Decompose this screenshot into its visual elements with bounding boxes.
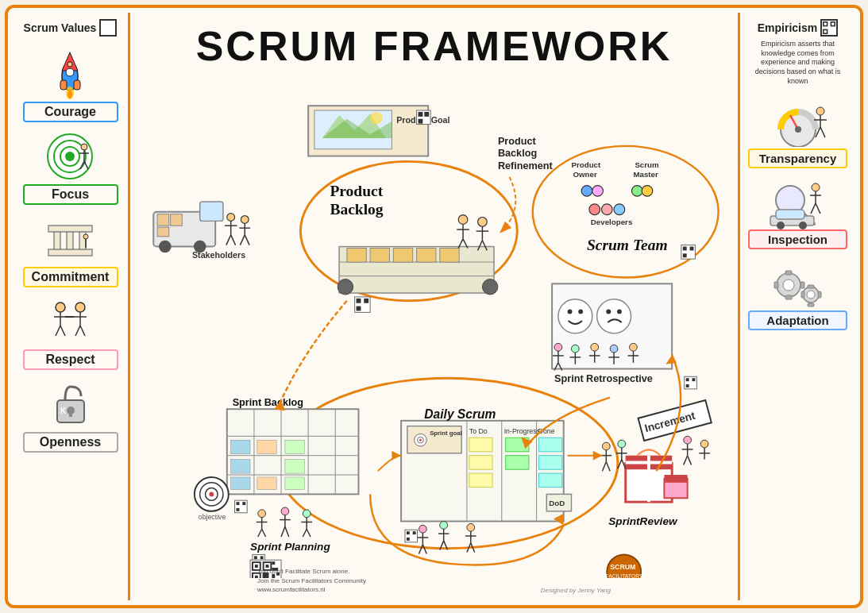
commitment-label: Commitment bbox=[23, 267, 118, 287]
footer-line2: Join the Scrum Facilitators Community bbox=[257, 576, 366, 585]
svg-rect-122 bbox=[393, 248, 412, 262]
svg-point-291 bbox=[618, 440, 626, 448]
svg-text:In-Progress: In-Progress bbox=[504, 427, 541, 435]
svg-rect-206 bbox=[285, 460, 304, 474]
svg-point-32 bbox=[83, 234, 88, 239]
svg-point-73 bbox=[799, 222, 807, 229]
svg-line-102 bbox=[245, 235, 249, 245]
svg-point-167 bbox=[606, 309, 611, 314]
svg-point-16 bbox=[68, 91, 72, 98]
inspection-label: Inspection bbox=[748, 229, 847, 249]
svg-point-147 bbox=[581, 186, 592, 197]
svg-text:Refinement: Refinement bbox=[498, 160, 554, 172]
svg-rect-255 bbox=[539, 438, 562, 452]
svg-rect-27 bbox=[48, 249, 92, 256]
svg-text:To Do: To Do bbox=[469, 427, 488, 435]
svg-text:FACILITATORS: FACILITATORS bbox=[605, 573, 643, 578]
svg-rect-29 bbox=[54, 232, 60, 249]
svg-rect-324 bbox=[272, 561, 275, 565]
svg-point-81 bbox=[807, 291, 815, 299]
svg-rect-263 bbox=[413, 531, 416, 534]
svg-rect-262 bbox=[407, 531, 410, 534]
empiricism-description: Empiricism asserts that knowledge comes … bbox=[740, 40, 855, 86]
svg-point-108 bbox=[370, 112, 383, 125]
footer-line1: You don't Facilitate Scrum alone. bbox=[257, 567, 366, 576]
svg-point-125 bbox=[338, 279, 353, 294]
outer-border: Scrum Values bbox=[5, 5, 863, 608]
svg-point-168 bbox=[617, 309, 622, 314]
svg-line-42 bbox=[75, 326, 80, 336]
svg-rect-257 bbox=[539, 473, 562, 488]
svg-point-132 bbox=[478, 218, 488, 227]
svg-rect-251 bbox=[469, 456, 492, 470]
svg-rect-92 bbox=[157, 227, 169, 237]
svg-rect-28 bbox=[48, 226, 92, 232]
svg-line-96 bbox=[226, 235, 231, 245]
svg-line-269 bbox=[422, 545, 426, 554]
svg-text:Stakeholders: Stakeholders bbox=[192, 250, 245, 260]
svg-rect-50 bbox=[824, 23, 827, 25]
svg-rect-83 bbox=[808, 303, 814, 306]
svg-rect-236 bbox=[260, 556, 264, 559]
openness-item: K Openness bbox=[19, 376, 122, 453]
left-sidebar: Scrum Values bbox=[13, 13, 130, 600]
svg-point-286 bbox=[602, 442, 610, 450]
svg-text:K: K bbox=[60, 407, 67, 415]
svg-rect-252 bbox=[469, 473, 492, 488]
svg-point-218 bbox=[258, 510, 266, 518]
svg-point-242 bbox=[419, 439, 422, 441]
svg-point-126 bbox=[482, 279, 497, 294]
courage-item: Courage bbox=[19, 46, 122, 122]
svg-rect-52 bbox=[831, 23, 834, 25]
svg-point-223 bbox=[281, 507, 289, 515]
svg-point-165 bbox=[578, 309, 583, 314]
commitment-icon bbox=[43, 211, 98, 267]
commitment-item: Commitment bbox=[19, 211, 122, 287]
svg-line-300 bbox=[688, 456, 692, 465]
svg-text:SCRUM: SCRUM bbox=[610, 563, 635, 571]
svg-rect-211 bbox=[242, 502, 245, 505]
backlog-conveyor bbox=[338, 215, 498, 295]
scrum-diagram: Stakeholders Product Goal Product bbox=[130, 70, 738, 578]
svg-line-37 bbox=[56, 326, 60, 336]
svg-point-301 bbox=[700, 440, 708, 448]
svg-text:Backlog: Backlog bbox=[330, 201, 383, 218]
svg-rect-13 bbox=[74, 80, 80, 90]
svg-rect-85 bbox=[818, 291, 821, 298]
empiricism-header: Empiricism bbox=[758, 19, 838, 37]
svg-text:Scrum: Scrum bbox=[635, 160, 659, 169]
svg-rect-204 bbox=[257, 477, 276, 490]
adaptation-icon bbox=[766, 259, 830, 310]
scrum-values-qr bbox=[99, 19, 117, 37]
svg-rect-212 bbox=[237, 508, 240, 511]
svg-point-98 bbox=[241, 216, 249, 224]
svg-text:Scrum Team: Scrum Team bbox=[587, 237, 668, 253]
svg-point-270 bbox=[440, 522, 448, 530]
svg-rect-250 bbox=[469, 438, 492, 452]
svg-line-221 bbox=[258, 529, 262, 537]
openness-icon: K bbox=[43, 376, 98, 432]
svg-text:SprintReview: SprintReview bbox=[608, 515, 678, 527]
svg-line-299 bbox=[684, 456, 688, 465]
focus-label: Focus bbox=[23, 184, 118, 205]
svg-line-43 bbox=[80, 326, 85, 336]
svg-point-58 bbox=[816, 107, 824, 115]
svg-rect-188 bbox=[686, 378, 689, 381]
svg-text:Developers: Developers bbox=[591, 218, 633, 226]
svg-point-180 bbox=[610, 345, 618, 353]
svg-point-177 bbox=[591, 343, 599, 351]
focus-item: Focus bbox=[19, 129, 122, 205]
svg-text:Product: Product bbox=[571, 160, 601, 169]
svg-rect-139 bbox=[364, 299, 368, 303]
right-sidebar: Empiricism Empiricism asserts that knowl… bbox=[738, 13, 855, 600]
svg-rect-77 bbox=[785, 295, 792, 299]
svg-point-275 bbox=[467, 523, 475, 531]
svg-point-17 bbox=[68, 62, 72, 67]
svg-line-97 bbox=[231, 235, 236, 245]
svg-point-93 bbox=[227, 214, 235, 222]
svg-line-101 bbox=[240, 235, 245, 245]
svg-point-148 bbox=[592, 186, 604, 197]
svg-point-216 bbox=[209, 492, 214, 496]
svg-rect-203 bbox=[257, 440, 276, 454]
svg-point-296 bbox=[684, 436, 692, 444]
